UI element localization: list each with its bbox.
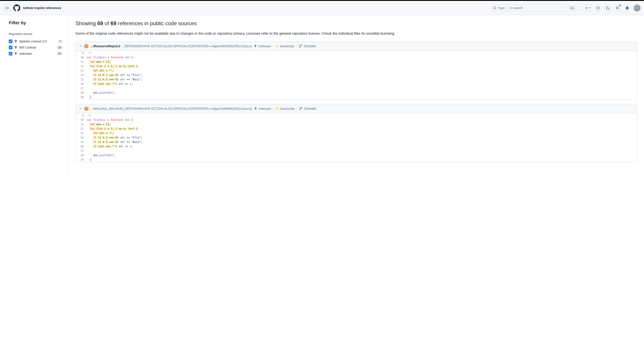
branch-meta[interactable]: 252eddd [300, 107, 316, 110]
collapse-toggle-button[interactable] [79, 107, 82, 110]
law-icon [254, 107, 257, 110]
language-meta: JavaScript [276, 107, 294, 110]
chevron-down-icon [79, 107, 82, 110]
user-avatar[interactable] [634, 5, 640, 12]
language-dot [276, 45, 278, 47]
filter-label: unknown [20, 52, 55, 56]
issues-button[interactable] [594, 5, 602, 12]
git-branch-icon [299, 45, 302, 48]
repo-owner-avatar[interactable] [84, 106, 88, 111]
hamburger-menu-button[interactable] [4, 5, 10, 12]
file-path[interactable]: ...WNLOAD_ARCHIVE/_REPOS/ARCHIVE-OCT/DS-… [91, 107, 252, 110]
github-logo-link[interactable] [13, 5, 20, 12]
filter-label: Apache License 2.0 [20, 40, 56, 43]
page-title: GitHub Copilot references [23, 6, 61, 10]
copilot-button[interactable] [624, 5, 631, 12]
filter-checkbox[interactable] [9, 40, 12, 43]
global-search-box[interactable]: Type / to search [491, 5, 566, 12]
search-placeholder-type: Type [498, 6, 504, 10]
caret-down-icon [588, 7, 590, 9]
svg-point-1 [598, 8, 598, 9]
filter-section-license-title: Repository license [9, 33, 63, 36]
license-meta: unknown [254, 107, 271, 110]
filter-count: 51 [56, 52, 63, 55]
chevron-down-icon [79, 45, 82, 48]
code-reference-card: ...lResourceRepo3.0 · _REPOS/ARCHIVE-OCT… [76, 42, 637, 100]
page-layout: Filter by Repository license Apache Lice… [0, 15, 644, 172]
copilot-icon [626, 6, 629, 10]
filter-item-unknown[interactable]: unknown 51 [9, 51, 63, 57]
main-content: Showing 69 of 69 references in public co… [68, 15, 644, 172]
filter-checkbox[interactable] [9, 46, 12, 49]
license-meta: unknown [254, 44, 271, 48]
file-path[interactable]: ...lResourceRepo3.0 · _REPOS/ARCHIVE-OCT… [91, 44, 252, 48]
issue-icon [596, 6, 600, 10]
create-new-button[interactable] [583, 5, 592, 12]
header-divider [579, 6, 580, 10]
filter-item-mit-license[interactable]: MIT License 16 [9, 44, 63, 51]
results-heading: Showing 69 of 69 references in public co… [76, 20, 637, 27]
law-icon [14, 46, 18, 49]
code-body: 9 */ 10var fizzBuzz = function (n) { 11 … [76, 51, 637, 99]
search-kbd-hint: / [506, 7, 509, 10]
code-body: 9 */ 10var fizzBuzz = function (n) { 11 … [76, 113, 637, 162]
terminal-icon [570, 6, 574, 10]
command-palette-button[interactable] [569, 5, 576, 12]
filter-heading: Filter by [9, 20, 63, 26]
law-icon [14, 52, 18, 56]
filter-sidebar: Filter by Repository license Apache Lice… [0, 15, 68, 172]
language-meta: JavaScript [276, 44, 294, 48]
inbox-icon [616, 6, 619, 10]
collapse-toggle-button[interactable] [79, 45, 82, 48]
filter-item-apache-license-2-0[interactable]: Apache License 2.0 2 [9, 38, 63, 44]
law-icon [254, 45, 257, 48]
pull-requests-button[interactable] [604, 5, 611, 12]
notification-dot [619, 4, 621, 7]
pull-request-icon [606, 6, 610, 10]
code-card-header: ...lResourceRepo3.0 · _REPOS/ARCHIVE-OCT… [76, 42, 637, 51]
repo-owner-avatar[interactable] [84, 44, 88, 48]
search-icon [493, 6, 496, 10]
filter-count: 16 [56, 46, 63, 49]
hamburger-icon [5, 6, 9, 10]
code-card-header: ...WNLOAD_ARCHIVE/_REPOS/ARCHIVE-OCT/DS-… [76, 104, 637, 113]
filter-checkbox[interactable] [9, 52, 12, 56]
plus-icon [585, 6, 588, 10]
repo-name[interactable]: ...lResourceRepo3.0 [91, 44, 120, 48]
branch-meta[interactable]: 252eddd [299, 44, 316, 48]
language-dot [276, 108, 278, 110]
git-branch-icon [300, 107, 302, 110]
filter-label: MIT License [20, 46, 55, 49]
global-header: GitHub Copilot references Type / to sear… [0, 1, 644, 15]
notifications-button[interactable] [614, 5, 621, 12]
code-reference-card: ...WNLOAD_ARCHIVE/_REPOS/ARCHIVE-OCT/DS-… [76, 104, 637, 162]
github-logo-icon [13, 5, 20, 12]
search-placeholder-suffix: to search [510, 6, 523, 10]
law-icon [14, 40, 18, 43]
results-note: Some of the original code references mig… [76, 31, 637, 36]
filter-count: 2 [58, 40, 63, 43]
